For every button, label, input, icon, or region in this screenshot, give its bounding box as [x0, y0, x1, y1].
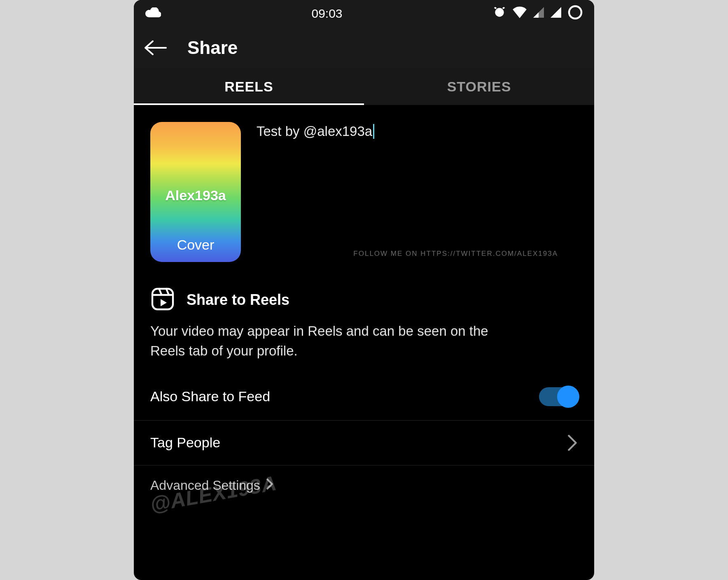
cover-username: Alex193a [165, 187, 226, 203]
tabs: REELS STORIES [134, 68, 594, 105]
also-share-to-feed-toggle[interactable] [539, 387, 578, 406]
cloud-icon [145, 7, 161, 20]
tag-people-row[interactable]: Tag People [134, 421, 594, 465]
status-time: 09:03 [311, 7, 342, 21]
svg-rect-1 [152, 289, 173, 309]
tag-people-label: Tag People [150, 435, 220, 451]
cover-label: Cover [177, 237, 215, 253]
signal-icon [551, 7, 561, 21]
back-arrow-icon[interactable] [144, 40, 167, 56]
caption-area: Alex193a Cover Test by @alex193a FOLLOW … [134, 105, 594, 278]
watermark-url: FOLLOW ME ON HTTPS://TWITTER.COM/ALEX193… [353, 250, 558, 258]
caption-input[interactable]: Test by @alex193a [257, 122, 578, 262]
svg-point-0 [569, 6, 581, 19]
share-to-reels-title: Share to Reels [187, 291, 289, 309]
reels-icon [150, 287, 175, 313]
signal-icon [533, 7, 544, 21]
toggle-knob [557, 386, 579, 408]
also-share-to-feed-row[interactable]: Also Share to Feed [134, 373, 594, 421]
chevron-right-icon [567, 435, 578, 451]
advanced-settings-label: Advanced Settings [150, 478, 260, 493]
alarm-icon [493, 6, 506, 22]
chevron-right-icon [266, 478, 273, 493]
tab-stories[interactable]: STORIES [364, 68, 594, 105]
tab-reels[interactable]: REELS [134, 68, 364, 105]
also-share-to-feed-label: Also Share to Feed [150, 388, 270, 405]
share-to-reels-description: Your video may appear in Reels and can b… [150, 321, 578, 361]
phone-screen: 09:03 [134, 0, 594, 580]
page-title: Share [187, 37, 238, 58]
cover-thumbnail[interactable]: Alex193a Cover [150, 122, 241, 262]
status-bar: 09:03 [134, 0, 594, 27]
advanced-settings-row[interactable]: Advanced Settings [134, 465, 594, 505]
caption-text: Test by @alex193a [257, 124, 372, 139]
text-cursor [373, 124, 374, 139]
share-to-reels-section: Share to Reels Your video may appear in … [134, 278, 594, 373]
wifi-icon [513, 7, 527, 21]
circle-icon [568, 5, 583, 23]
header: Share [134, 27, 594, 68]
